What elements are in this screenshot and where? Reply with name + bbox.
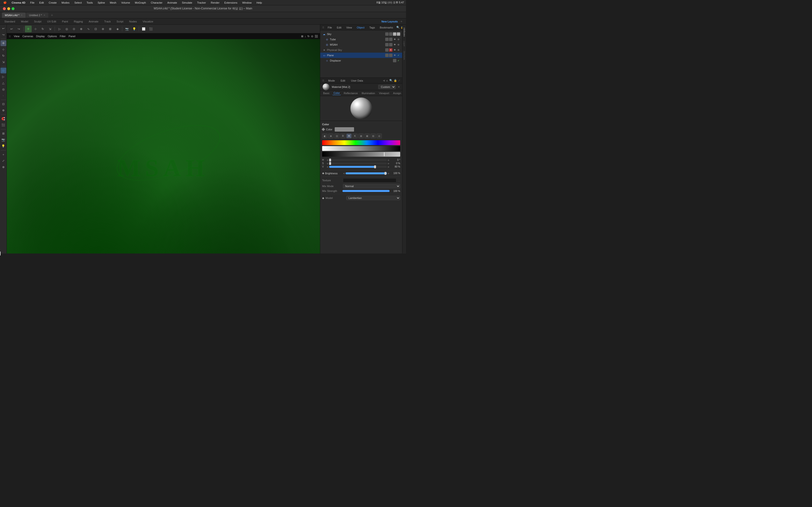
color-tool-grid3[interactable]: ⊟ [370,133,376,138]
props-nav-up[interactable]: ▲ [386,79,388,82]
tb-sky[interactable]: ⬛ [147,25,154,32]
v-slider-left-arrow[interactable]: ◀ [326,166,328,168]
menu-tracker[interactable]: Tracker [196,1,207,4]
props-expand-icon[interactable]: ⤢ [398,79,400,82]
object-row-plane[interactable]: ▭ Plane 👁 ✓ [320,53,402,58]
h-slider-thumb[interactable] [329,159,331,162]
object-row-msah[interactable]: ⊡ MSAH 👁 ⊙ [320,42,402,47]
displacer-ctrl-1[interactable] [393,59,396,62]
toolbar-snap[interactable]: 🧲 [0,116,6,122]
props-tab-mode[interactable]: Mode [326,79,337,82]
tb-loop-select[interactable]: ⊙ [70,25,77,32]
tube-ctrl-1[interactable] [385,38,389,41]
menu-create[interactable]: Create [47,1,58,4]
layout-tab-script[interactable]: Script [114,19,126,23]
menu-character[interactable]: Character [149,1,164,4]
layout-tab-new-layouts[interactable]: New Layouts [382,20,398,23]
menu-spline[interactable]: Spline [96,1,107,4]
toolbar-undo[interactable]: ↩ [0,25,6,32]
s-slider-thumb[interactable] [329,162,331,165]
objmgr-tab-file[interactable]: File [326,25,334,30]
viewport-icon-1[interactable]: ⊞ [301,35,303,38]
menu-extensions[interactable]: Extensions [223,1,239,4]
toolbar-extra[interactable]: ⊕ [0,164,6,170]
color-tool-r[interactable]: R [340,133,346,138]
tb-effector[interactable]: ◈ [114,25,121,32]
props-tab-userdata[interactable]: User Data [349,79,365,82]
props-menu-icon[interactable]: ☰ [322,79,324,82]
fullscreen-button[interactable] [12,7,14,10]
menu-render[interactable]: Render [209,1,221,4]
physicalsky-ctrl-render[interactable]: ⊙ [397,48,400,52]
color-tool-h[interactable]: H [346,133,352,138]
toolbar-redo[interactable]: ↪ [0,32,6,38]
toolbar-transform[interactable]: ⤢ [0,158,6,164]
layout-tab-rigging[interactable]: Rigging [71,19,85,23]
toolbar-edge-mode[interactable]: ▷ [0,74,6,80]
menu-help[interactable]: Help [255,1,263,4]
tb-undo[interactable]: ↩ [8,25,15,32]
tb-spline[interactable]: ∿ [85,25,92,32]
tb-floor[interactable]: ⬜ [140,25,147,32]
color-tool-grid1[interactable]: ⊞ [358,133,364,138]
s-slider-track[interactable] [329,163,387,164]
viewport-menu-filter[interactable]: Filter [60,35,65,38]
toolbar-select[interactable]: ⊹ [0,47,6,52]
toolbar-scale[interactable]: ⇲ [0,59,6,65]
layout-tab-uvedit[interactable]: UV Edit [45,19,58,23]
object-row-tube[interactable]: ⊙ Tube 👁 ⊙ [320,37,402,42]
menu-cinema4d[interactable]: Cinema 4D [10,1,27,4]
v-slider-track[interactable] [329,166,387,168]
tb-rotate[interactable]: ⇲ [47,25,53,32]
preset-dropdown-arrow[interactable]: ▼ [398,86,400,89]
props-tab-reflectance[interactable]: Reflectance [343,91,359,95]
msah-ctrl-2[interactable] [389,43,393,46]
menu-volume[interactable]: Volume [120,1,132,4]
tab-untitled2[interactable]: Untitled 2 * ✕ [26,12,48,18]
menu-mesh[interactable]: Mesh [108,1,118,4]
s-slider-right-arrow[interactable]: ▶ [388,162,390,165]
layout-tab-paint[interactable]: Paint [60,19,70,23]
tb-select-live[interactable]: ✥ [25,25,32,32]
minimize-button[interactable] [7,7,10,10]
props-tab-viewport[interactable]: Viewport [378,91,390,95]
h-slider-left-arrow[interactable]: ◀ [326,159,328,161]
tb-boolean[interactable]: ⊕ [78,25,85,32]
tab-msah-close[interactable]: ✕ [21,14,23,16]
toolbar-polygon-mode[interactable]: △ [0,80,6,86]
attr-tab-attributes[interactable]: Attributes [403,25,406,39]
viewport[interactable]: ☰ View Cameras Display Options Filter Pa… [7,33,320,253]
layout-add-icon[interactable]: ＋ [399,19,404,24]
color-tool-grid2[interactable]: ⊠ [364,133,370,138]
plane-ctrl-2[interactable] [389,54,393,57]
brightness-right-arrow[interactable]: ▶ [388,172,390,175]
close-button[interactable] [3,7,6,10]
color-value-bar[interactable] [322,152,400,157]
viewport-menu-display[interactable]: Display [36,35,45,38]
plane-ctrl-check[interactable]: ✓ [397,54,400,57]
sky-ctrl-1[interactable] [385,32,389,36]
viewport-canvas[interactable]: MSAH [7,39,320,253]
object-row-displacer[interactable]: ⊹ Displacer ✓ [320,58,402,63]
layout-tab-animate[interactable]: Animate [86,19,101,23]
color-tool-mixer[interactable]: ⊕ [328,133,334,138]
texture-browse[interactable]: … [398,179,400,182]
mix-strength-track[interactable] [343,190,390,192]
tube-ctrl-2[interactable] [389,38,393,41]
toolbar-plus[interactable]: ＋ [0,152,6,157]
props-tab-assign[interactable]: Assign [392,91,402,95]
objmgr-tab-bookmarks[interactable]: Bookmarks [378,25,395,30]
material-preset-dropdown[interactable]: Custom [378,85,396,89]
object-row-physicalsky[interactable]: ☀ Physical Sky ✕ 👁 ⊙ [320,47,402,53]
layout-tab-nodes[interactable]: Nodes [126,19,139,23]
h-slider-right-arrow[interactable]: ▶ [388,159,390,161]
color-tool-wheel[interactable]: ◐ [322,133,327,138]
displacer-ctrl-check[interactable]: ✓ [397,59,400,62]
tube-ctrl-visibility[interactable]: 👁 [393,38,396,41]
color-tool-eyedropper[interactable]: ⊙ [376,133,382,138]
apple-menu[interactable]: 🍎 [2,1,8,4]
tb-scale[interactable]: ↻ [39,25,46,32]
physicalsky-ctrl-1[interactable] [385,48,389,52]
objmgr-menu-icon[interactable]: ☰ [322,26,324,29]
plane-ctrl-visibility[interactable]: 👁 [393,54,396,57]
